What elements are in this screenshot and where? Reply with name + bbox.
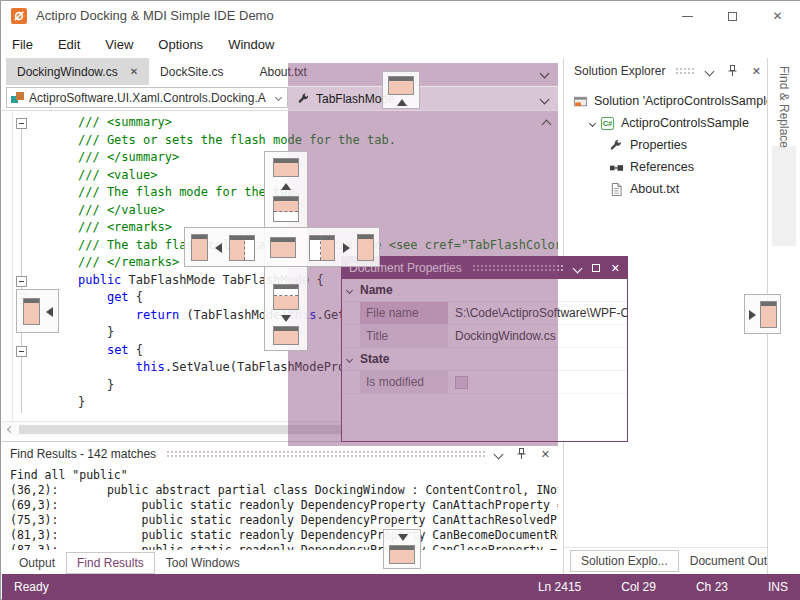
autohide-tab-background bbox=[772, 146, 796, 246]
right-tab-solution-explo[interactable]: Solution Explo... bbox=[570, 550, 679, 572]
maximize-button[interactable] bbox=[710, 1, 755, 31]
close-tab-icon[interactable]: ✕ bbox=[130, 66, 138, 77]
dock-guide-horizontal-arm bbox=[184, 227, 380, 267]
dock-edge-right-guide[interactable] bbox=[744, 294, 781, 334]
tree-item-about-txt[interactable]: About.txt bbox=[564, 178, 767, 200]
dock-down-arrow-icon bbox=[398, 534, 408, 541]
svg-text:C#: C# bbox=[602, 119, 612, 128]
dock-inner-left-guide-icon[interactable] bbox=[229, 235, 255, 261]
dock-edge-top-guide[interactable] bbox=[382, 71, 420, 109]
dock-inner-right-guide-icon[interactable] bbox=[309, 235, 335, 261]
breadcrumb: ActiproSoftware.UI.Xaml.Controls.Docking… bbox=[29, 91, 276, 105]
find-replace-autohide-tab[interactable]: Find & Replace bbox=[777, 66, 791, 148]
csproj-icon: C# bbox=[599, 115, 615, 131]
dock-top-guide-icon[interactable] bbox=[273, 158, 299, 177]
window-position-menu-icon[interactable] bbox=[572, 263, 582, 273]
menu-options[interactable]: Options bbox=[158, 37, 216, 52]
tree-item-label: Solution 'ActiproControlsSample' bbox=[594, 94, 775, 108]
outlining-collapse-box[interactable] bbox=[16, 346, 27, 357]
menu-view[interactable]: View bbox=[105, 37, 146, 52]
maximize-icon bbox=[728, 12, 737, 21]
app-logo-icon bbox=[11, 8, 27, 24]
dock-right-arrow-icon bbox=[343, 243, 350, 253]
close-icon: ✕ bbox=[772, 10, 782, 22]
dock-up-arrow-icon bbox=[397, 99, 407, 106]
minimize-icon bbox=[682, 16, 693, 17]
bottom-tab-find-results[interactable]: Find Results bbox=[66, 552, 155, 574]
doc-icon bbox=[608, 181, 624, 197]
window-position-menu-icon[interactable] bbox=[704, 66, 714, 76]
dock-inner-top-guide-icon[interactable] bbox=[273, 196, 299, 222]
close-button[interactable]: ✕ bbox=[755, 1, 800, 31]
tree-item-label: About.txt bbox=[630, 182, 679, 196]
menu-edit[interactable]: Edit bbox=[58, 37, 93, 52]
preview-header-row bbox=[288, 63, 558, 86]
status-char: Ch 23 bbox=[696, 580, 728, 594]
dock-inner-bottom-guide-icon[interactable] bbox=[273, 284, 299, 310]
preview-tab-header: TabFlashMode bbox=[288, 86, 558, 111]
dock-edge-bottom-guide[interactable] bbox=[383, 529, 421, 569]
bottom-tab-tool-windows[interactable]: Tool Windows bbox=[155, 552, 251, 574]
find-result-line: Find all "public" bbox=[10, 468, 558, 483]
dock-right-guide-icon[interactable] bbox=[357, 234, 374, 261]
tree-item-solution-actiprocontrolssample[interactable]: Solution 'ActiproControlsSample' bbox=[564, 90, 767, 112]
dock-edge-left-guide[interactable] bbox=[16, 289, 59, 333]
window-position-menu-icon[interactable] bbox=[493, 449, 503, 459]
pin-icon[interactable] bbox=[516, 448, 527, 460]
close-panel-icon[interactable]: ✕ bbox=[752, 66, 761, 77]
tree-item-label: References bbox=[630, 160, 694, 174]
dock-left-arrow-icon bbox=[46, 307, 53, 317]
outlining-collapse-box[interactable] bbox=[16, 276, 27, 287]
drag-grip[interactable] bbox=[166, 450, 485, 458]
chevron-down-icon bbox=[275, 94, 282, 101]
tree-item-properties[interactable]: Properties bbox=[564, 134, 767, 156]
bottom-tab-output[interactable]: Output bbox=[8, 552, 66, 574]
doc-tab-label: DockSite.cs bbox=[160, 65, 223, 79]
maximize-icon[interactable] bbox=[592, 264, 600, 272]
outlining-collapse-box[interactable] bbox=[16, 118, 27, 129]
wrench-icon bbox=[297, 92, 310, 105]
window-title: Actipro Docking & MDI Simple IDE Demo bbox=[36, 8, 274, 23]
solution-explorer-title-bar[interactable]: Solution Explorer ✕ bbox=[564, 58, 767, 84]
status-insert-mode: INS bbox=[768, 580, 788, 594]
scroll-left-icon[interactable] bbox=[7, 426, 14, 433]
right-tool-tab-strip: Solution Explo...Document Out... bbox=[564, 547, 768, 574]
tree-item-references[interactable]: References bbox=[564, 156, 767, 178]
dock-center-tabbed-guide-icon[interactable] bbox=[270, 237, 296, 258]
close-panel-icon[interactable]: ✕ bbox=[541, 449, 550, 460]
class-icon bbox=[11, 91, 24, 104]
tree-item-label: Properties bbox=[630, 138, 687, 152]
solution-explorer-title: Solution Explorer bbox=[574, 64, 665, 78]
doc-tab-docksite-cs[interactable]: DockSite.cs bbox=[149, 58, 234, 85]
doc-tab-dockingwindow-cs[interactable]: DockingWindow.cs✕ bbox=[6, 58, 149, 85]
drag-grip[interactable] bbox=[675, 67, 695, 75]
chevron-down-icon bbox=[540, 69, 550, 79]
solution-tree: Solution 'ActiproControlsSample'C#Actipr… bbox=[564, 84, 767, 200]
find-results-panel: Find Results - 142 matches ✕ Find all "p… bbox=[2, 441, 558, 574]
menu-file[interactable]: File bbox=[12, 37, 46, 52]
title-bar[interactable]: Actipro Docking & MDI Simple IDE Demo ✕ bbox=[2, 1, 800, 31]
dock-up-arrow-icon bbox=[281, 183, 291, 190]
find-result-line: (69,3): public static readonly Dependenc… bbox=[10, 498, 558, 513]
find-results-title: Find Results - 142 matches bbox=[10, 447, 156, 461]
minimize-button[interactable] bbox=[665, 1, 710, 31]
dock-bottom-guide-icon[interactable] bbox=[273, 326, 299, 345]
dock-right-arrow-icon bbox=[749, 310, 756, 320]
tree-expander-icon[interactable] bbox=[589, 119, 596, 126]
chevron-down-icon bbox=[540, 95, 550, 105]
app-window: Actipro Docking & MDI Simple IDE Demo ✕ … bbox=[0, 0, 800, 600]
pin-icon[interactable] bbox=[727, 65, 738, 77]
close-window-icon[interactable]: ✕ bbox=[611, 263, 620, 274]
tree-item-actiprocontrolssample[interactable]: C#ActiproControlsSample bbox=[564, 112, 767, 134]
dock-left-guide-icon[interactable] bbox=[191, 234, 208, 261]
find-result-line: (36,2): public abstract partial class Do… bbox=[10, 483, 558, 498]
menu-bar: FileEditViewOptionsWindow bbox=[2, 31, 800, 58]
status-line: Ln 2415 bbox=[538, 580, 581, 594]
type-navigation-dropdown[interactable]: ActiproSoftware.UI.Xaml.Controls.Docking… bbox=[6, 87, 288, 108]
menu-window[interactable]: Window bbox=[228, 37, 287, 52]
status-bar: Ready Ln 2415 Col 29 Ch 23 INS bbox=[2, 574, 800, 600]
refs-icon bbox=[608, 159, 624, 175]
bottom-tool-tab-strip: OutputFind ResultsTool Windows bbox=[2, 550, 558, 575]
status-column: Col 29 bbox=[621, 580, 656, 594]
scroll-up-icon bbox=[542, 120, 552, 130]
